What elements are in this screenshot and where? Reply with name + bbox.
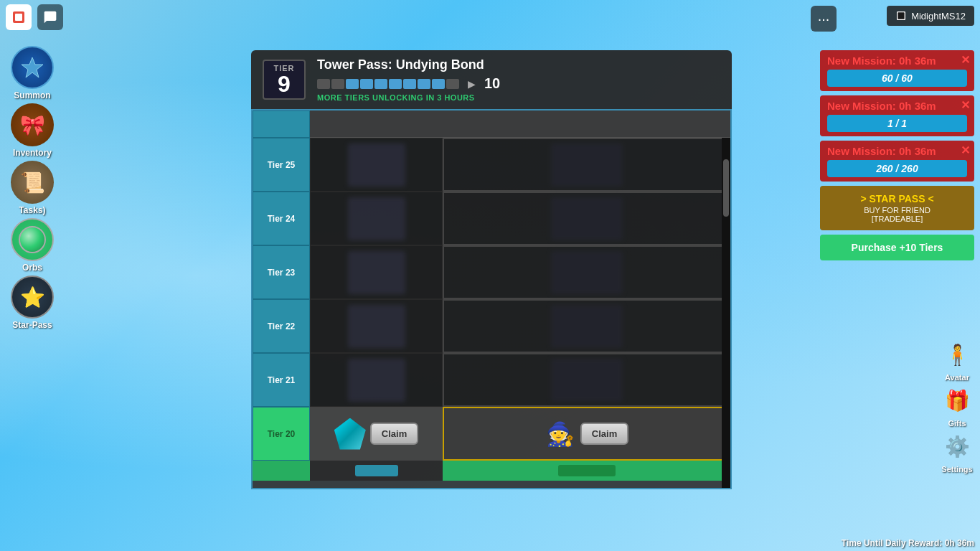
tier-23-label: Tier 23 <box>253 245 310 299</box>
progress-arrow-icon: ▶ <box>468 78 476 90</box>
seg4 <box>360 79 373 89</box>
sidebar-item-starpass[interactable]: ⭐ Star-Pass <box>3 276 62 330</box>
tier-21-label: Tier 21 <box>253 353 310 407</box>
mission-2-close-button[interactable]: ✕ <box>961 98 970 112</box>
blurred-reward-22-free <box>348 305 405 348</box>
progress-bar <box>317 79 459 89</box>
sidebar-item-orbs[interactable]: Orbs <box>3 218 62 273</box>
star-pass-title: > STAR PASS < <box>827 193 967 204</box>
tier-bottom-hint <box>253 461 310 481</box>
settings-button[interactable]: ⚙️ Settings <box>940 429 974 474</box>
summon-icon <box>11 46 54 89</box>
seg2 <box>331 79 344 89</box>
left-sidebar: Summon 🎀 Inventory 📜 Tasks) Orbs ⭐ Star-… <box>0 43 65 333</box>
roblox-logo-icon[interactable] <box>6 4 32 30</box>
mission-card-2: ✕ New Mission: 0h 36m 1 / 1 <box>820 95 974 136</box>
free-reward-24 <box>310 192 443 245</box>
unlock-text: MORE TIERS UNLOCKING IN 3 HOURS <box>317 93 720 102</box>
seg1 <box>317 79 330 89</box>
blurred-reward-24-free <box>348 197 405 240</box>
blurred-reward-21-free <box>348 359 405 402</box>
mission-3-title: New Mission: 0h 36m <box>827 145 967 157</box>
tier-col-header <box>253 110 310 138</box>
mission-card-1: ✕ New Mission: 0h 36m 60 / 60 <box>820 50 974 91</box>
crystal-reward-icon <box>334 418 366 450</box>
star-reward-25 <box>443 138 730 192</box>
inventory-label: Inventory <box>13 148 52 158</box>
starpass-icon: ⭐ <box>11 276 54 319</box>
purchase-tiers-button[interactable]: Purchase +10 Tiers <box>820 235 974 260</box>
star-bottom-hint <box>443 461 730 481</box>
tasks-icon: 📜 <box>11 161 54 204</box>
scrollbar[interactable] <box>722 138 730 489</box>
bottom-status: Time Until Daily Reward: 0h 36m <box>842 538 974 548</box>
main-panel: TIER 9 Tower Pass: Undying Bond <box>251 50 732 489</box>
star-reward-20: 🧙 Claim <box>443 407 730 461</box>
seg6 <box>389 79 402 89</box>
free-reward-25 <box>310 138 443 192</box>
blurred-star-23 <box>551 251 623 294</box>
mission-card-3: ✕ New Mission: 0h 36m 260 / 260 <box>820 141 974 182</box>
scrollbar-thumb <box>723 159 729 217</box>
star-column: 🧙 Claim <box>443 110 730 488</box>
orbs-icon <box>11 218 54 261</box>
mission-1-title: New Mission: 0h 36m <box>827 55 967 67</box>
star-pass-card[interactable]: > STAR PASS < BUY FOR FRIEND[TRADEABLE] <box>820 186 974 230</box>
seg3 <box>346 79 359 89</box>
free-claim-button-20[interactable]: Claim <box>370 423 418 445</box>
avatar-icon: 🧍 <box>945 343 970 367</box>
mission-2-title: New Mission: 0h 36m <box>827 100 967 112</box>
svg-rect-1 <box>15 14 22 21</box>
avatar-label: Avatar <box>945 373 969 382</box>
panel-content: Tier 25 Tier 24 Tier 23 Tier 22 Tier 21 … <box>251 109 732 489</box>
tier-24-label: Tier 24 <box>253 192 310 245</box>
sidebar-item-summon[interactable]: Summon <box>3 46 62 100</box>
orbs-label: Orbs <box>22 263 42 273</box>
seg7 <box>403 79 416 89</box>
blurred-reward-25-free <box>348 143 405 187</box>
starpass-label: Star-Pass <box>12 320 52 330</box>
progress-row: ▶ 10 <box>317 75 720 92</box>
free-reward-23 <box>310 245 443 299</box>
avatar-button[interactable]: 🧍 Avatar <box>940 337 974 382</box>
seg10 <box>446 79 459 89</box>
mission-1-progress: 60 / 60 <box>827 70 967 87</box>
mission-3-progress: 260 / 260 <box>827 160 967 177</box>
blurred-star-21 <box>551 359 623 402</box>
tasks-label: Tasks) <box>19 205 45 215</box>
free-column: Claim <box>310 110 443 488</box>
right-panel: ✕ New Mission: 0h 36m 60 / 60 ✕ New Miss… <box>820 50 974 260</box>
star-reward-23 <box>443 245 730 299</box>
summon-label: Summon <box>14 90 50 100</box>
seg8 <box>418 79 430 89</box>
gifts-label: Gifts <box>948 419 966 428</box>
tier-number: 9 <box>273 72 296 95</box>
blurred-star-25 <box>551 143 623 187</box>
gifts-button[interactable]: 🎁 Gifts <box>940 383 974 428</box>
star-claim-button-20[interactable]: Claim <box>580 423 628 445</box>
gifts-icon: 🎁 <box>945 389 970 413</box>
panel-header: TIER 9 Tower Pass: Undying Bond <box>251 50 732 109</box>
mission-3-close-button[interactable]: ✕ <box>961 143 970 157</box>
star-pass-subtitle: BUY FOR FRIEND[TRADEABLE] <box>827 206 967 223</box>
settings-icon: ⚙️ <box>945 435 970 458</box>
free-col-header <box>310 110 443 138</box>
tier-25-label: Tier 25 <box>253 138 310 192</box>
sidebar-item-tasks[interactable]: 📜 Tasks) <box>3 161 62 215</box>
pass-title: Tower Pass: Undying Bond <box>317 57 720 72</box>
free-bottom-bar <box>355 465 398 476</box>
mission-2-progress: 1 / 1 <box>827 115 967 132</box>
free-reward-22 <box>310 299 443 353</box>
star-col-header <box>443 110 730 138</box>
mission-1-close-button[interactable]: ✕ <box>961 53 970 67</box>
star-reward-24 <box>443 192 730 245</box>
blurred-star-22 <box>551 305 623 348</box>
sidebar-item-inventory[interactable]: 🎀 Inventory <box>3 103 62 158</box>
progress-next: 10 <box>484 75 500 92</box>
seg9 <box>432 79 445 89</box>
seg5 <box>374 79 387 89</box>
chat-icon[interactable] <box>37 4 63 30</box>
tier-info: Tower Pass: Undying Bond ▶ 10 <box>317 57 720 102</box>
free-bottom-hint <box>310 461 443 481</box>
tier-label-column: Tier 25 Tier 24 Tier 23 Tier 22 Tier 21 … <box>253 110 310 488</box>
